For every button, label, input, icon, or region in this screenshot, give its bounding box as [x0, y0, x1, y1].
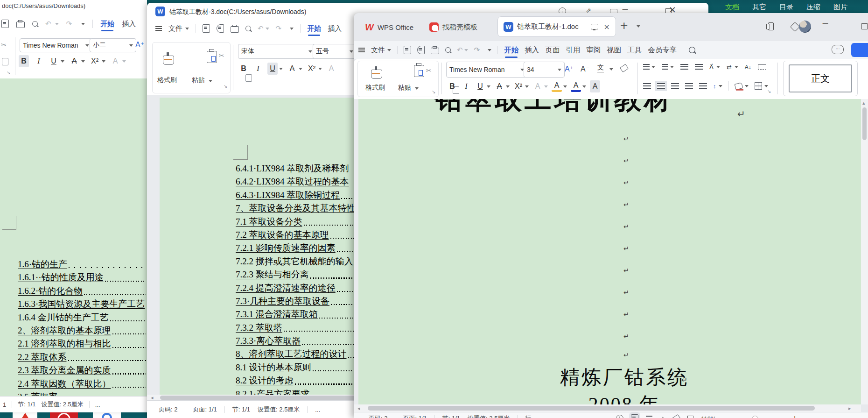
ribbon-tab-tools[interactable]: 工具: [627, 45, 642, 55]
font-name-select[interactable]: Times New Roman: [20, 38, 92, 52]
tab-document-active[interactable]: W 钴萃取工教材-1.doc ×: [497, 16, 616, 37]
zoom-level[interactable]: 110%: [701, 415, 716, 418]
toc-item[interactable]: 2.2 萃取体系: [18, 351, 147, 364]
align-justify-icon[interactable]: [685, 83, 693, 89]
tab-insert[interactable]: 插入: [122, 20, 136, 28]
save-icon[interactable]: [404, 46, 411, 54]
font-color-button[interactable]: A: [571, 81, 581, 92]
print-icon[interactable]: [431, 48, 439, 54]
underline-caret-icon[interactable]: [279, 68, 283, 70]
superscript-button[interactable]: X²: [90, 55, 100, 67]
ribbon-tab-reference[interactable]: 引用: [566, 45, 580, 55]
bold-button[interactable]: B: [19, 55, 29, 67]
pen-icon[interactable]: [672, 414, 681, 418]
maximize-button[interactable]: [861, 23, 868, 29]
align-center-icon[interactable]: [657, 83, 665, 89]
bold-button[interactable]: B: [238, 63, 249, 75]
group-expand-icon[interactable]: ↘: [224, 84, 227, 89]
status-more-button[interactable]: ...: [315, 406, 320, 413]
underline-button[interactable]: U: [475, 80, 485, 92]
undo-icon[interactable]: ↶: [457, 46, 463, 54]
superscript-caret-icon[interactable]: [102, 60, 105, 63]
toc-item[interactable]: 2.3 萃取分离金属的实质: [18, 364, 147, 377]
format-painter-icon[interactable]: [371, 70, 382, 79]
grow-font-button[interactable]: A⁺: [135, 40, 144, 49]
export-pdf-icon[interactable]: [417, 46, 425, 54]
redo-icon[interactable]: ↷: [474, 46, 480, 54]
toc-item[interactable]: 1.6.1··钴的性质及用途: [18, 271, 147, 284]
font-name-select[interactable]: Times New Roman: [446, 62, 527, 78]
redo-icon[interactable]: ↷: [276, 24, 282, 33]
new-tab-button[interactable]: +: [620, 20, 628, 31]
tab-wps-office[interactable]: W WPS Office: [359, 17, 419, 37]
window-right-document-page[interactable]: 钴萃取工培训教材 ↵ ↵ ↵ ↵ ↵ ↵ ↵ ↵ ↵ ↵ ↵ ↵ 精炼厂钴系统 …: [358, 99, 861, 404]
line-spacing-icon[interactable]: ↕: [713, 83, 716, 90]
highlight-button[interactable]: A: [552, 81, 562, 92]
file-menu-caret-icon[interactable]: [387, 49, 391, 51]
ribbon-tab-home[interactable]: 开始: [504, 45, 518, 55]
window-right-vscrollbar[interactable]: ▴: [861, 99, 868, 404]
strike-caret-icon[interactable]: [299, 68, 302, 70]
superscript-button[interactable]: X²: [307, 63, 317, 75]
fit-page-icon[interactable]: [687, 416, 693, 418]
borders-caret-icon[interactable]: [764, 85, 768, 87]
superscript-caret-icon[interactable]: [525, 85, 529, 88]
group-expand-icon[interactable]: ↘: [432, 89, 435, 94]
tab-home[interactable]: 开始: [100, 20, 114, 28]
taskbar-icon-media-app[interactable]: [50, 412, 78, 418]
file-menu[interactable]: 文件: [168, 24, 182, 33]
undo-caret-icon[interactable]: [464, 49, 468, 51]
shading-caret-icon[interactable]: [745, 85, 749, 87]
bullets-caret-icon[interactable]: [651, 66, 655, 68]
desktop-menu-item-image[interactable]: 图片: [833, 3, 847, 12]
group-expand-icon[interactable]: ↘: [7, 70, 10, 75]
text-effects-button[interactable]: A: [326, 63, 336, 75]
shrink-font-button[interactable]: A⁻: [581, 64, 589, 73]
strike-caret-icon[interactable]: [506, 85, 510, 88]
toc-item[interactable]: 1.6.4 金川钴的生产工艺: [18, 311, 147, 324]
file-menu-caret-icon[interactable]: [185, 28, 189, 30]
effects-caret-icon[interactable]: [122, 60, 126, 63]
page-view-icon[interactable]: [631, 414, 638, 418]
underline-button[interactable]: U: [267, 63, 278, 75]
pinyin-guide-button[interactable]: 文: [597, 64, 604, 72]
print-icon[interactable]: [231, 26, 239, 33]
desktop-menu-item-docs[interactable]: 文档: [725, 3, 739, 12]
quickbar-more-icon[interactable]: [81, 23, 85, 25]
ribbon-tab-view[interactable]: 视图: [607, 45, 621, 55]
redo-icon[interactable]: ↷: [66, 20, 72, 28]
font-size-select[interactable]: 34: [524, 62, 565, 78]
user-avatar[interactable]: [799, 21, 811, 33]
search-icon[interactable]: [689, 47, 695, 53]
paste-caret-icon[interactable]: [415, 87, 419, 90]
strikethrough-button[interactable]: A: [494, 80, 504, 92]
undo-icon[interactable]: ↶: [258, 24, 264, 33]
sort-icon[interactable]: A↓: [745, 64, 751, 71]
undo-caret-icon[interactable]: [55, 23, 59, 25]
strikethrough-button[interactable]: A: [69, 55, 79, 67]
font-size-select[interactable]: 小二: [90, 38, 136, 52]
minimize-button[interactable]: —: [822, 20, 828, 27]
text-effects-button[interactable]: A: [532, 80, 543, 92]
taskbar-icon-map-app[interactable]: [93, 412, 121, 418]
style-item-body-text[interactable]: 正文: [789, 64, 852, 92]
tab-list-caret-icon[interactable]: [637, 25, 640, 28]
outline-view-icon[interactable]: [646, 416, 652, 418]
paste-icon[interactable]: [414, 65, 424, 77]
bold-button[interactable]: B: [447, 80, 457, 92]
font-color-caret-icon[interactable]: [582, 85, 586, 88]
format-painter-label[interactable]: 格式刷: [365, 84, 385, 92]
text-effects-button[interactable]: A: [110, 55, 120, 67]
export-pdf-icon[interactable]: [1, 20, 9, 28]
spellcheck-icon[interactable]: [616, 415, 623, 418]
char-shading-button[interactable]: A: [590, 80, 600, 92]
underline-caret-icon[interactable]: [61, 60, 64, 63]
print-preview-icon[interactable]: [245, 26, 251, 31]
scroll-left-icon[interactable]: ◂: [357, 405, 360, 411]
menu-burger-icon[interactable]: [155, 26, 162, 31]
cut-icon[interactable]: ✂: [219, 52, 224, 59]
numbering-icon[interactable]: [662, 64, 668, 70]
effects-caret-icon[interactable]: [544, 85, 548, 88]
window-left-document-page[interactable]: 1.6·钴的生产 1.6.1··钴的性质及用途 1.6.2·钴的化合物 1.6.…: [0, 78, 147, 396]
strikethrough-button[interactable]: A: [287, 63, 297, 75]
